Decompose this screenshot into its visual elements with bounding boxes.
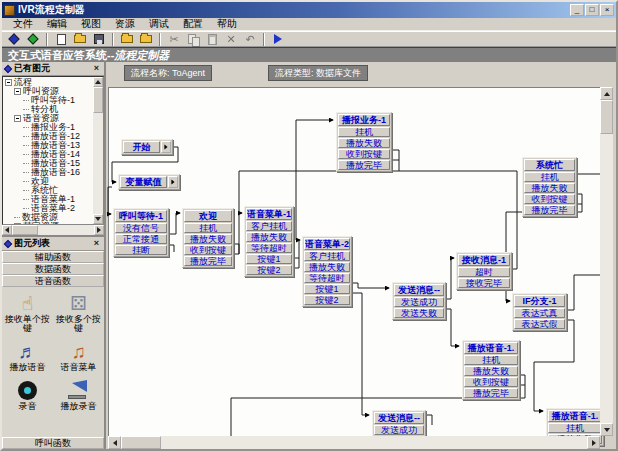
nav-forward-diamond-icon[interactable] (24, 32, 42, 46)
canvas-vertical-scrollbar[interactable] (600, 87, 613, 436)
menu-item-view[interactable]: 视图 (74, 17, 108, 31)
block-port-播放完毕[interactable]: 播放完毕 (184, 256, 232, 266)
menu-item-edit[interactable]: 编辑 (40, 17, 74, 31)
undo-icon[interactable]: ↶ (241, 32, 259, 46)
menu-item-settings[interactable]: 配置 (176, 17, 210, 31)
scroll-right-icon[interactable] (94, 225, 104, 235)
palette-tool-play-record[interactable]: 播放录音 (53, 378, 104, 411)
palette-panel-close-icon[interactable]: × (92, 239, 101, 248)
block-port-按键1[interactable]: 按键1 (304, 284, 350, 294)
flow-block-recv-msg-1[interactable]: 接收消息-1超时接收完毕 (456, 252, 512, 290)
paste-icon[interactable] (203, 32, 221, 46)
block-port-收到按键[interactable]: 收到按键 (524, 194, 575, 204)
block-port-表达式真[interactable]: 表达式真 (514, 308, 565, 318)
flow-block-welcome[interactable]: 欢迎挂机播放失败收到按键播放完毕 (182, 208, 234, 268)
flow-block-broadcast-1[interactable]: 播报业务-1挂机播放失败收到按键播放完毕 (336, 112, 392, 172)
menu-item-file[interactable]: 文件 (6, 17, 40, 31)
block-port-播放失败[interactable]: 播放失败 (246, 232, 292, 242)
block-port-挂断[interactable]: 挂断 (115, 245, 167, 255)
scroll-right-icon[interactable] (587, 436, 600, 449)
flow-block-var-assign[interactable]: 变量赋值 (118, 174, 180, 190)
block-port-播放完毕[interactable]: 播放完毕 (338, 160, 390, 170)
block-port-发送成功[interactable]: 发送成功 (374, 425, 424, 435)
tree-vertical-scrollbar[interactable] (93, 77, 103, 224)
block-port-按键2[interactable]: 按键2 (246, 265, 292, 275)
palette-tool-record[interactable]: 录音 (2, 378, 53, 411)
palette-tool-receive-single-key[interactable]: ☝接收单个按键 (2, 291, 53, 333)
block-port-播放完毕[interactable]: 播放完毕 (524, 205, 575, 215)
block-port-发送成功[interactable]: 发送成功 (394, 297, 444, 307)
scroll-down-icon[interactable] (600, 423, 613, 436)
menu-item-resources[interactable]: 资源 (108, 17, 142, 31)
canvas-horizontal-scrollbar[interactable] (108, 436, 600, 449)
flow-block-if-branch-1[interactable]: IF分支-1表达式真表达式假 (512, 293, 567, 331)
export-flow-icon[interactable] (137, 32, 155, 46)
nav-back-diamond-icon[interactable] (5, 32, 23, 46)
minimize-button[interactable]: _ (570, 4, 584, 16)
flow-block-call-wait-1[interactable]: 呼叫等待-1没有信号正常接通挂断 (113, 208, 169, 257)
block-port-超时[interactable]: 超时 (458, 267, 510, 277)
tree-collapse-icon[interactable] (5, 79, 12, 86)
tree-collapse-icon[interactable] (14, 88, 21, 95)
import-flow-icon[interactable] (118, 32, 136, 46)
block-port-按键1[interactable]: 按键1 (246, 254, 292, 264)
tree-item-其它资源[interactable]: 其它资源 (5, 222, 93, 224)
category-call-functions[interactable]: 呼叫函数 (2, 437, 104, 449)
block-port-播放失败[interactable]: 播放失败 (524, 183, 575, 193)
menu-item-help[interactable]: 帮助 (210, 17, 244, 31)
block-port-挂机[interactable]: 挂机 (184, 223, 232, 233)
block-port-发送失败[interactable]: 发送失败 (394, 308, 444, 318)
tree-hscroll-thumb[interactable] (12, 225, 38, 235)
palette-tool-voice-menu[interactable]: ♫语音菜单 (53, 339, 104, 372)
block-port-按键2[interactable]: 按键2 (304, 295, 350, 305)
delete-icon[interactable]: ✕ (222, 32, 240, 46)
block-port-没有信号[interactable]: 没有信号 (115, 223, 167, 233)
tree-collapse-icon[interactable] (14, 223, 21, 224)
flow-block-voice-menu-1[interactable]: 语音菜单-1客户挂机播放失败等待超时按键1按键2 (244, 206, 294, 277)
block-port-播放失败[interactable]: 播放失败 (464, 366, 518, 376)
block-port-客户挂机[interactable]: 客户挂机 (246, 221, 292, 231)
block-port-收到按键[interactable]: 收到按键 (464, 377, 518, 387)
flow-block-start[interactable]: 开始 (121, 139, 173, 155)
category-aux-functions[interactable]: 辅助函数 (2, 251, 104, 263)
flow-block-voice-menu-2[interactable]: 语音菜单-2客户挂机播放失败等待超时按键1按键2 (302, 236, 352, 307)
canvas-vscroll-thumb[interactable] (600, 100, 613, 134)
block-port-正常接通[interactable]: 正常接通 (115, 234, 167, 244)
canvas-hscroll-thumb[interactable] (121, 436, 161, 449)
scroll-up-icon[interactable] (93, 77, 103, 87)
block-go-button[interactable] (168, 176, 178, 188)
flow-block-sys-busy[interactable]: 系统忙挂机播放失败收到按键播放完毕 (522, 157, 577, 217)
block-port-挂机[interactable]: 挂机 (464, 355, 518, 365)
block-port-挂机[interactable]: 挂机 (524, 172, 575, 182)
tree-item-播放语音-16[interactable]: 播放语音-16 (5, 168, 93, 177)
scroll-up-icon[interactable] (600, 87, 613, 100)
tree-scroll-thumb[interactable] (93, 87, 103, 113)
scroll-left-icon[interactable] (2, 225, 12, 235)
scroll-left-icon[interactable] (108, 436, 121, 449)
palette-tool-receive-multi-key[interactable]: ⚄接收多个按键 (53, 291, 104, 333)
block-go-button[interactable] (161, 141, 171, 153)
flow-canvas[interactable]: 流程名称: ToAgent 流程类型: 数据库文件 开始变量赋值呼叫等待-1没有… (106, 62, 616, 449)
block-port-挂机[interactable]: 挂机 (548, 423, 602, 433)
tree-collapse-icon[interactable] (14, 115, 21, 122)
run-icon[interactable] (269, 32, 287, 46)
category-data-functions[interactable]: 数据函数 (2, 263, 104, 275)
scroll-down-icon[interactable] (93, 214, 103, 224)
menu-item-debug[interactable]: 调试 (142, 17, 176, 31)
block-port-等待超时[interactable]: 等待超时 (304, 273, 350, 283)
elements-panel-close-icon[interactable]: × (92, 64, 101, 73)
block-port-接收完毕[interactable]: 接收完毕 (458, 278, 510, 288)
block-port-播放失败[interactable]: 播放失败 (304, 262, 350, 272)
restore-button[interactable]: □ (585, 4, 599, 16)
block-port-收到按键[interactable]: 收到按键 (338, 149, 390, 159)
copy-icon[interactable] (184, 32, 202, 46)
close-button[interactable]: × (600, 4, 614, 16)
flow-block-play-voice-1-mid[interactable]: 播放语音-1.挂机播放失败收到按键播放完毕 (462, 340, 520, 400)
new-file-icon[interactable] (52, 32, 70, 46)
block-port-客户挂机[interactable]: 客户挂机 (304, 251, 350, 261)
save-icon[interactable] (90, 32, 108, 46)
tree-horizontal-scrollbar[interactable] (2, 225, 104, 235)
block-port-播放失败[interactable]: 播放失败 (338, 138, 390, 148)
block-port-表达式假[interactable]: 表达式假 (514, 319, 565, 329)
block-port-等待超时[interactable]: 等待超时 (246, 243, 292, 253)
